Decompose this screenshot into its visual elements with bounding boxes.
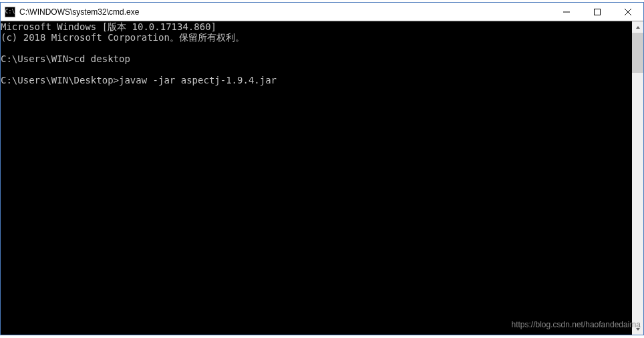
cmd-window: C:\ C:\WINDOWS\system32\cmd.exe Microsof… bbox=[0, 2, 644, 335]
svg-rect-1 bbox=[595, 9, 601, 15]
window-controls bbox=[551, 3, 643, 21]
scroll-thumb[interactable] bbox=[632, 33, 643, 73]
vertical-scrollbar[interactable] bbox=[632, 21, 643, 335]
maximize-button[interactable] bbox=[582, 3, 613, 21]
prompt: C:\Users\WIN> bbox=[1, 53, 74, 64]
window-title: C:\WINDOWS\system32\cmd.exe bbox=[19, 7, 551, 17]
output-line: Microsoft Windows [版本 10.0.17134.860] bbox=[1, 21, 632, 32]
scroll-down-button[interactable] bbox=[632, 323, 643, 335]
titlebar: C:\ C:\WINDOWS\system32\cmd.exe bbox=[1, 3, 643, 21]
output-line: (c) 2018 Microsoft Corporation。保留所有权利。 bbox=[1, 32, 632, 43]
command-text: javaw -jar aspectj-1.9.4.jar bbox=[119, 75, 277, 86]
cmd-icon: C:\ bbox=[5, 7, 15, 17]
command-text: cd desktop bbox=[74, 53, 130, 64]
scroll-up-button[interactable] bbox=[632, 21, 643, 33]
command-line: C:\Users\WIN>cd desktop bbox=[1, 53, 632, 64]
minimize-button[interactable] bbox=[551, 3, 582, 21]
command-line: C:\Users\WIN\Desktop>javaw -jar aspectj-… bbox=[1, 75, 632, 86]
blank-line bbox=[1, 43, 632, 53]
terminal-output[interactable]: Microsoft Windows [版本 10.0.17134.860](c)… bbox=[1, 21, 632, 335]
prompt: C:\Users\WIN\Desktop> bbox=[1, 75, 119, 86]
terminal-area: Microsoft Windows [版本 10.0.17134.860](c)… bbox=[1, 21, 643, 335]
close-button[interactable] bbox=[613, 3, 643, 21]
blank-line bbox=[1, 64, 632, 75]
